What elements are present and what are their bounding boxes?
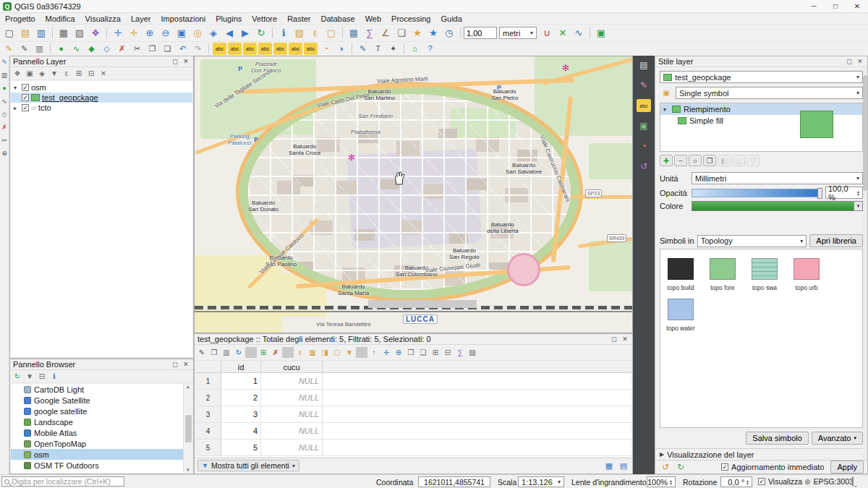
measure-unit-combo[interactable]: metri [499,27,537,39]
unit-combo[interactable]: Millimetri [692,172,863,184]
style-manager-icon[interactable]: ❖ [88,26,103,40]
cell-id[interactable]: 2 [221,390,261,406]
zoom-to-selected-icon[interactable]: ⊕ [393,347,404,358]
refresh-browser-icon[interactable]: ↻ [12,371,23,382]
show-bookmarks-icon[interactable]: ★ [426,26,441,40]
close-panel-icon[interactable]: ✕ [856,58,864,65]
filter-browser-icon[interactable]: ▼ [24,371,35,382]
float-panel-icon[interactable]: ◻ [845,58,854,65]
chevron-down-icon[interactable]: ▾ [854,202,862,210]
menu-item[interactable]: Layer [126,13,156,24]
corner-header[interactable] [195,361,221,372]
zoom-last-icon[interactable]: ◀ [222,26,237,40]
identify-features-icon[interactable]: ℹ [276,26,291,40]
cell-cucu[interactable]: NULL [261,390,323,406]
magnifier-spinbox[interactable]: 100% [647,476,676,487]
opacity-slider[interactable] [692,189,822,197]
table-row[interactable]: 1 1 NULL [195,373,631,390]
snapping-icon[interactable]: ∪ [540,26,554,40]
scrollbar-thumb[interactable] [863,75,867,191]
column-header-id[interactable]: id [221,361,261,372]
plugin-icon[interactable]: ▣ [594,26,608,40]
open-styling-panel-icon[interactable]: ❖ [12,68,23,79]
save-edits-icon[interactable]: ▥ [221,347,232,358]
menu-item[interactable]: Visualizza [80,13,126,24]
conditional-format-icon[interactable]: ▨ [467,347,478,358]
deselect-all-icon[interactable]: ▢ [324,26,339,40]
feature-filter-button[interactable]: ▼ Mostra tutti gli elementi ▾ [197,460,299,471]
measure-icon[interactable]: ∠ [378,26,393,40]
add-point-icon[interactable]: ● [54,43,68,55]
color-symbol-layer-icon[interactable]: ◧ [718,155,731,166]
symbol-swatch[interactable] [668,299,694,320]
copy-features-icon[interactable]: ❐ [145,43,159,55]
field-calculator-icon[interactable]: ∑ [454,347,466,358]
menu-item[interactable]: Processing [386,13,435,24]
filter-expression-icon[interactable]: ε [61,68,72,79]
filter-legend-icon[interactable]: ▼ [48,68,60,79]
move-up-icon[interactable]: △ [732,155,745,166]
pin-labels-icon[interactable]: abc [243,43,257,55]
table-row[interactable]: 3 3 NULL [195,406,631,423]
current-edits-icon[interactable]: ✎ [2,43,16,55]
minimize-button[interactable]: ─ [803,0,825,13]
zoom-out-icon[interactable]: ⊖ [158,26,173,40]
menu-item[interactable]: Vettore [247,13,282,24]
remove-symbol-layer-icon[interactable]: − [674,155,687,166]
add-feature-icon[interactable]: ⊞ [258,347,269,358]
reload-icon[interactable]: ↻ [233,347,244,358]
symbology-tab-icon[interactable]: ✎ [637,79,651,92]
form-view-icon[interactable]: ▤ [618,461,629,471]
live-update-checkbox-row[interactable]: Aggiornamento immediato [721,463,824,471]
lock-symbol-layer-icon[interactable]: ○ [689,155,702,166]
float-panel-icon[interactable]: ◻ [171,361,179,368]
browser-item-cartodb-light[interactable]: CartoDB Light [11,384,183,395]
symbol-swatch[interactable] [752,258,778,280]
paste-icon[interactable]: ❏ [417,347,429,358]
expander-icon[interactable]: ▸ [14,105,20,111]
float-panel-icon[interactable]: ◻ [171,58,179,65]
collapse-browser-icon[interactable]: ⊟ [36,371,48,382]
layer-visibility-checkbox[interactable] [22,94,29,101]
cell-id[interactable]: 5 [221,440,261,455]
vertex-icon[interactable]: ◇ [0,110,9,119]
opacity-spinbox[interactable]: 100,0 % [825,187,863,199]
open-library-button[interactable]: Apri libreria [809,234,863,247]
live-update-checkbox[interactable] [721,463,728,471]
move-selection-top-icon[interactable]: ↑ [368,347,380,358]
zoom-to-layer-icon[interactable]: ◈ [206,26,221,40]
zoom-full-icon[interactable]: ▣ [174,26,189,40]
pan-to-selected-icon[interactable]: ✛ [380,347,392,358]
measure-value-input[interactable] [464,27,497,39]
move-down-icon[interactable]: ▽ [746,155,760,166]
pan-to-selection-icon[interactable]: ✛ [127,26,141,40]
merge-icon[interactable]: ⊕ [0,149,9,158]
undo-icon[interactable]: ↶ [176,43,190,55]
color-button[interactable]: ▾ [692,201,863,211]
menu-item[interactable]: Modifica [41,13,80,24]
save-project-icon[interactable]: ▥ [34,26,48,40]
row-number[interactable]: 1 [195,373,221,389]
layer-labeling-icon[interactable]: abc [213,43,226,55]
menu-item[interactable]: Guida [435,13,467,24]
add-line-icon[interactable]: ∿ [69,43,83,55]
split-icon[interactable]: ✂ [0,136,9,145]
locator-search-input[interactable]: Digita per localizzare (Ctrl+K) [1,476,124,487]
map-themes-icon[interactable]: ◈ [36,68,48,79]
layout-manager-icon[interactable]: ▧ [72,26,87,40]
coordinate-input[interactable]: 1621011,4855741 [418,476,490,487]
expander-icon[interactable]: ▾ [14,85,20,91]
map-tips-icon[interactable]: ❑ [394,26,409,40]
select-all-icon[interactable]: ▦ [307,347,318,358]
browser-item-opentopomap[interactable]: OpenTopoMap [11,438,183,449]
toggle-edit-icon[interactable]: ✎ [196,347,208,358]
pan-map-icon[interactable]: ✛ [111,26,125,40]
style-redo-icon[interactable]: ↻ [675,461,686,473]
select-by-expression-icon[interactable]: ε [308,26,323,40]
save-edits-icon[interactable]: ▥ [0,71,9,80]
apply-button[interactable]: Apply [830,461,864,474]
paste-features-icon[interactable]: ❏ [161,43,174,55]
properties-browser-icon[interactable]: ℹ [48,371,60,382]
symbol-topo-water[interactable]: topo water [666,299,695,332]
new-print-layout-icon[interactable]: ▦ [56,26,71,40]
